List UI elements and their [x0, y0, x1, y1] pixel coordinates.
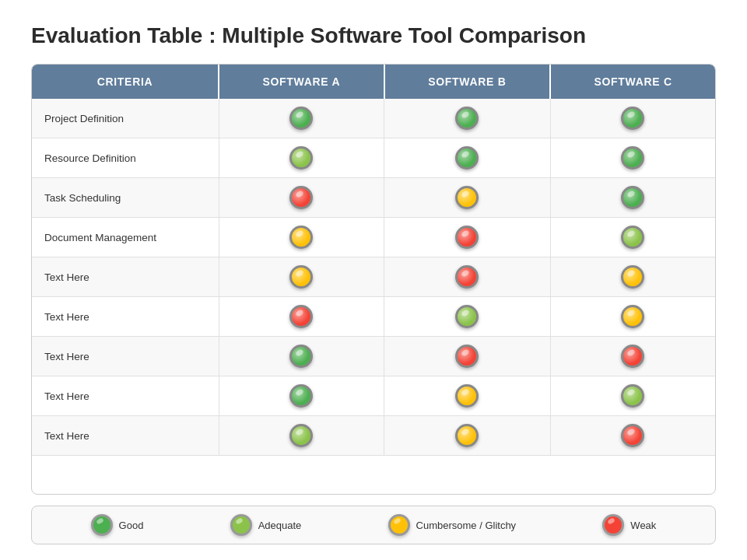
- cell-2-a: [219, 178, 384, 218]
- legend-item-light-green: Adequate: [230, 514, 302, 536]
- cell-1-b: [384, 138, 551, 178]
- cell-8-b: [384, 416, 551, 456]
- row-label-5: Text Here: [32, 297, 219, 337]
- dot-red: [455, 265, 479, 289]
- legend-dot-yellow: [388, 514, 410, 536]
- legend-dot-light-green: [230, 514, 252, 536]
- comparison-table-wrapper: CRITERIASOFTWARE ASOFTWARE BSOFTWARE C P…: [31, 64, 716, 495]
- legend-dot-green: [91, 514, 113, 536]
- row-label-3: Document Management: [32, 218, 219, 257]
- legend-label-yellow: Cumbersome / Glitchy: [416, 520, 517, 531]
- dot-yellow: [455, 424, 479, 447]
- dot-yellow: [621, 305, 644, 328]
- header-software-c: SOFTWARE C: [550, 65, 715, 99]
- cell-5-b: [384, 297, 551, 337]
- cell-5-c: [550, 297, 715, 337]
- cell-3-a: [219, 218, 384, 257]
- cell-4-a: [219, 257, 384, 297]
- header-software-a: SOFTWARE A: [219, 65, 384, 99]
- table-row: Text Here: [32, 337, 715, 376]
- cell-6-c: [550, 337, 715, 376]
- header-criteria: CRITERIA: [32, 65, 219, 99]
- cell-4-c: [550, 257, 715, 297]
- dot-red: [455, 226, 479, 249]
- dot-light-green: [289, 424, 313, 447]
- row-label-0: Project Definition: [32, 99, 219, 138]
- cell-1-c: [550, 138, 715, 178]
- row-label-7: Text Here: [32, 376, 219, 416]
- cell-0-b: [384, 99, 551, 138]
- dot-green: [455, 107, 479, 130]
- table-row: Project Definition: [32, 99, 715, 138]
- table-row: Resource Definition: [32, 138, 715, 178]
- legend-item-green: Good: [91, 514, 144, 536]
- cell-6-b: [384, 337, 551, 376]
- dot-light-green: [621, 226, 644, 249]
- cell-2-b: [384, 178, 551, 218]
- table-header-row: CRITERIASOFTWARE ASOFTWARE BSOFTWARE C: [32, 65, 715, 99]
- cell-7-b: [384, 376, 551, 416]
- dot-red: [621, 345, 644, 368]
- dot-light-green: [289, 146, 313, 170]
- row-label-1: Resource Definition: [32, 138, 219, 178]
- dot-light-green: [455, 305, 479, 328]
- cell-4-b: [384, 257, 551, 297]
- page-title: Evaluation Table : Multiple Software Too…: [31, 23, 716, 48]
- cell-1-a: [219, 138, 384, 178]
- dot-yellow: [289, 265, 313, 289]
- dot-yellow: [455, 186, 479, 209]
- legend-label-light-green: Adequate: [258, 520, 302, 531]
- legend-item-red: Weak: [602, 514, 656, 536]
- cell-7-c: [550, 376, 715, 416]
- cell-7-a: [219, 376, 384, 416]
- legend-label-red: Weak: [630, 520, 656, 531]
- table-row: Text Here: [32, 297, 715, 337]
- dot-light-green: [621, 384, 644, 408]
- dot-yellow: [455, 384, 479, 408]
- table-body: Project DefinitionResource DefinitionTas…: [32, 99, 715, 456]
- dot-red: [289, 186, 313, 209]
- dot-green: [289, 107, 313, 130]
- legend-item-yellow: Cumbersome / Glitchy: [388, 514, 517, 536]
- page: Evaluation Table : Multiple Software Too…: [0, 0, 747, 560]
- dot-green: [289, 384, 313, 408]
- dot-green: [621, 107, 644, 130]
- cell-6-a: [219, 337, 384, 376]
- legend: GoodAdequateCumbersome / GlitchyWeak: [31, 506, 716, 544]
- table-row: Document Management: [32, 218, 715, 257]
- row-label-6: Text Here: [32, 337, 219, 376]
- comparison-table: CRITERIASOFTWARE ASOFTWARE BSOFTWARE C P…: [32, 65, 715, 456]
- legend-dot-red: [602, 514, 624, 536]
- dot-green: [621, 146, 644, 170]
- row-label-2: Task Scheduling: [32, 178, 219, 218]
- cell-3-c: [550, 218, 715, 257]
- cell-8-c: [550, 416, 715, 456]
- table-row: Text Here: [32, 376, 715, 416]
- row-label-4: Text Here: [32, 257, 219, 297]
- dot-green: [289, 345, 313, 368]
- dot-green: [455, 146, 479, 170]
- dot-green: [621, 186, 644, 209]
- table-row: Task Scheduling: [32, 178, 715, 218]
- cell-0-c: [550, 99, 715, 138]
- table-row: Text Here: [32, 257, 715, 297]
- cell-3-b: [384, 218, 551, 257]
- cell-8-a: [219, 416, 384, 456]
- cell-0-a: [219, 99, 384, 138]
- dot-red: [621, 424, 644, 447]
- header-software-b: SOFTWARE B: [384, 65, 551, 99]
- dot-red: [455, 345, 479, 368]
- row-label-8: Text Here: [32, 416, 219, 456]
- dot-red: [289, 305, 313, 328]
- cell-5-a: [219, 297, 384, 337]
- legend-label-green: Good: [119, 520, 144, 531]
- dot-yellow: [289, 226, 313, 249]
- cell-2-c: [550, 178, 715, 218]
- table-row: Text Here: [32, 416, 715, 456]
- dot-yellow: [621, 265, 644, 289]
